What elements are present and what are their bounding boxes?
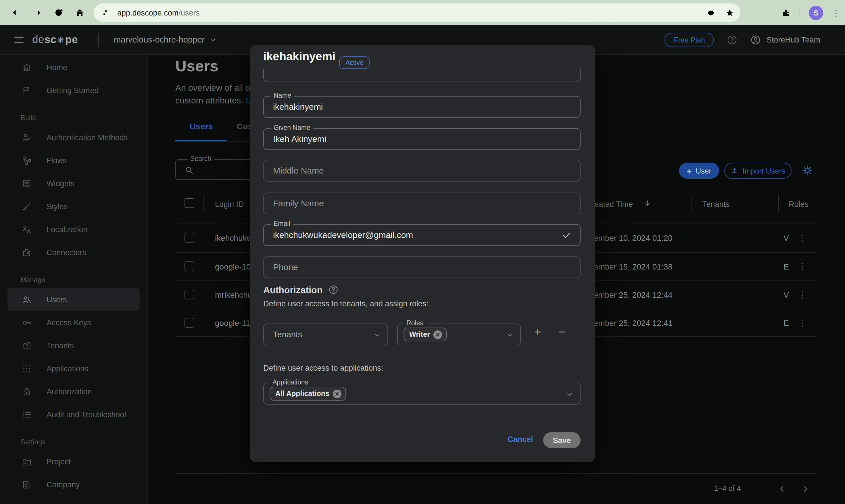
url-text: app.descope.com/users [117,8,200,17]
save-button[interactable]: Save [543,432,580,448]
row-checkbox[interactable] [184,262,194,271]
email-field[interactable]: Email ikehchukwukadeveloper@gmail.com [263,224,580,246]
plan-badge[interactable]: Free Plan [665,33,714,47]
sidebar-item-localization[interactable]: Localization [0,218,147,241]
import-users-button[interactable]: Import Users [724,163,792,179]
extension-asterisk-icon[interactable] [763,8,773,17]
authorization-heading: Authorization [263,285,323,295]
select-all-checkbox[interactable] [184,198,194,208]
table-settings-gear-icon[interactable] [802,165,813,176]
team-name: StoreHub Team [767,36,820,44]
sidebar-item-project[interactable]: Project [0,450,147,473]
brush-icon [22,201,32,211]
sidebar-item-connectors[interactable]: Connectors [0,241,147,264]
browser-profile-avatar[interactable]: S [809,5,823,20]
home-browser-icon[interactable] [75,7,85,18]
sidebar: Home Getting Started Build Authenticatio… [0,55,148,504]
remove-chip-icon[interactable]: ✕ [333,389,341,398]
role-chip-writer: Writer ✕ [403,328,447,341]
flag-icon [22,85,32,95]
column-header-login-id[interactable]: Login ID [215,200,244,209]
divider [175,473,817,473]
sidebar-item-company[interactable]: Company [0,473,147,496]
family-name-field[interactable]: Family Name [263,193,580,214]
page-title: Users [175,57,218,75]
descope-logo: descpe [32,33,78,46]
sidebar-item-widgets[interactable]: Widgets [0,172,147,195]
menu-hamburger-icon[interactable] [14,37,23,43]
tab-users[interactable]: Users [190,122,213,131]
sidebar-item-users[interactable]: Users [7,288,140,311]
sidebar-item-access-keys[interactable]: Access Keys [0,311,147,334]
pagination-next-icon[interactable] [801,484,810,493]
list-icon [22,410,32,419]
row-checkbox[interactable] [184,318,194,328]
row-checkbox[interactable] [184,290,194,300]
page-description: An overview of all of y custom attribute… [175,82,259,107]
search-icon [184,165,194,175]
applications-select[interactable]: Applications All Applications ✕ [263,383,580,404]
cell-role: E [784,262,789,271]
sidebar-item-tenants[interactable]: Tenants [0,334,147,357]
browser-menu-icon[interactable]: ⋮ [832,8,840,17]
row-menu-icon[interactable]: ⋮ [798,233,807,243]
cancel-button[interactable]: Cancel [507,435,533,444]
add-authorization-row-icon[interactable]: + [534,325,541,340]
grid-icon [22,363,32,373]
upload-icon [731,167,738,175]
bookmark-star-icon[interactable] [725,8,735,18]
sidebar-item-getting-started[interactable]: Getting Started [0,79,147,102]
chevron-down-icon [566,391,573,398]
account-menu[interactable]: StoreHub Team [751,35,820,46]
sidebar-item-flows[interactable]: Flows [0,149,147,172]
row-checkbox[interactable] [184,233,194,242]
password-eye-off-icon[interactable] [706,8,716,18]
sidebar-item-authorization[interactable]: Authorization [0,380,147,403]
screen: app.descope.com/users S ⋮ descpe marvelo… [0,0,845,504]
sidebar-item-home[interactable]: Home [0,56,147,79]
pagination-label: 1–4 of 4 [714,484,741,492]
sidebar-item-audit[interactable]: Audit and Troubleshoot [0,403,147,426]
sidebar-item-applications[interactable]: Applications [0,357,147,380]
help-circle-icon[interactable] [328,285,339,295]
roles-select[interactable]: Roles Writer ✕ [397,324,521,345]
cell-role: V [784,233,789,242]
sidebar-item-styles[interactable]: Styles [0,195,147,218]
users-icon [22,294,32,304]
extensions-puzzle-icon[interactable] [781,8,791,18]
company-icon [22,480,32,489]
given-name-field[interactable]: Given Name Ikeh Akinyemi [263,128,580,150]
sidebar-section-manage: Manage [0,264,147,288]
forward-icon[interactable] [32,7,42,18]
row-menu-icon[interactable]: ⋮ [798,290,807,300]
phone-field[interactable]: Phone [263,256,580,278]
tenants-select[interactable]: Tenants [263,324,388,345]
home-icon [22,62,32,72]
row-menu-icon[interactable]: ⋮ [798,318,807,328]
add-user-button[interactable]: + User [679,163,719,179]
row-menu-icon[interactable]: ⋮ [798,262,807,272]
address-bar[interactable]: app.descope.com/users [94,3,740,22]
middle-name-field[interactable]: Middle Name [263,160,580,182]
logo-asterisk-icon [57,36,65,43]
verified-check-icon [562,231,571,240]
sort-desc-icon[interactable] [644,199,651,207]
site-settings-icon[interactable] [101,8,110,17]
divider [691,195,692,213]
translate-icon [22,224,32,234]
pagination-prev-icon[interactable] [778,484,786,493]
chevron-down-icon [374,331,380,339]
remove-chip-icon[interactable]: ✕ [433,330,442,339]
column-header-tenants[interactable]: Tenants [702,200,730,209]
sidebar-item-authentication-methods[interactable]: Authentication Methods [0,126,147,149]
divider [778,195,779,213]
project-switcher[interactable]: marvelous-ochre-hopper [114,35,217,44]
help-icon[interactable] [727,35,738,46]
active-tab-indicator [175,140,227,141]
remove-authorization-row-icon[interactable]: − [558,325,565,340]
buildings-icon [22,341,32,350]
reload-icon[interactable] [53,7,64,18]
column-header-roles[interactable]: Roles [789,200,809,209]
name-field[interactable]: Name ikehakinyemi [263,96,580,118]
back-icon[interactable] [11,7,21,18]
